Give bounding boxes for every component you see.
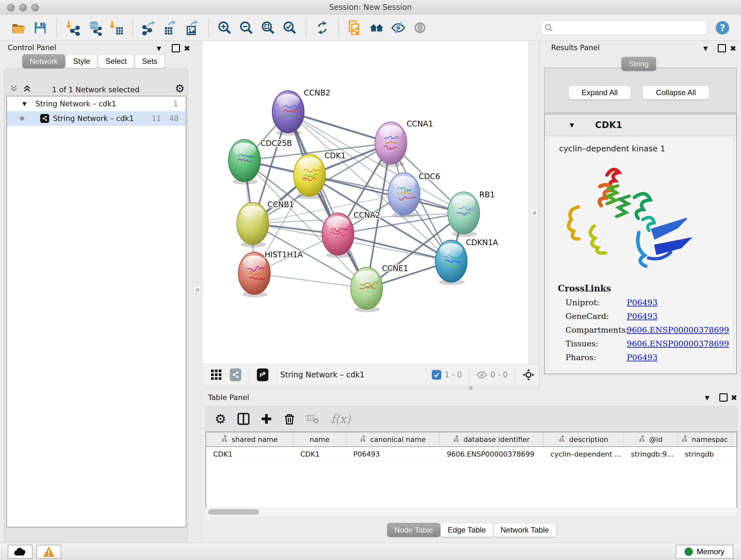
export-image-button[interactable] xyxy=(183,18,201,38)
zoom-selected-button[interactable] xyxy=(280,18,299,38)
network-node-CCNE1[interactable]: CCNE1 xyxy=(351,264,408,312)
tab-style[interactable]: Style xyxy=(66,54,97,68)
import-network-database-button[interactable] xyxy=(85,18,104,38)
column-header-namespac[interactable]: namespac xyxy=(678,432,732,446)
network-edge-CCNB2-CCNE1[interactable] xyxy=(288,112,367,288)
scrollbar-knob[interactable] xyxy=(531,209,538,216)
column-header-shared-name[interactable]: shared name xyxy=(206,432,293,446)
tab-node-table[interactable]: Node Table xyxy=(387,523,441,537)
open-session-button[interactable] xyxy=(9,18,28,38)
duplicate-network-button[interactable] xyxy=(346,18,364,38)
search-input[interactable] xyxy=(553,23,704,32)
birdseye-grid-button[interactable] xyxy=(209,367,224,382)
network-node-CCNA2[interactable]: CCNA2 xyxy=(322,211,380,258)
network-collection-row[interactable]: ▼ String Network – cdk1 1 xyxy=(7,97,186,111)
network-node-RB1[interactable]: RB1 xyxy=(448,190,495,237)
table-options-gear-button[interactable]: ⚙ xyxy=(212,410,229,428)
string-home-button[interactable] xyxy=(367,18,386,38)
column-header-name[interactable]: name xyxy=(293,432,346,446)
splitter-knob[interactable] xyxy=(194,286,201,293)
selected-checkbox-icon[interactable] xyxy=(432,370,441,380)
network-row-selected[interactable]: String Network – cdk1 11 48 xyxy=(7,111,186,126)
network-overview-button[interactable] xyxy=(228,367,243,382)
add-column-button[interactable] xyxy=(258,410,275,428)
table-cell[interactable]: stringdb xyxy=(678,447,732,461)
table-cell[interactable]: 9606.ENSP00000378699 xyxy=(440,447,543,461)
zoom-fit-button[interactable] xyxy=(259,18,277,38)
table-cell[interactable]: CDK1 xyxy=(293,447,346,461)
network-edge-HIST1H1A-CCNE1[interactable] xyxy=(254,273,367,288)
show-columns-button[interactable] xyxy=(234,410,253,428)
table-panel-close-button[interactable]: ✖ xyxy=(731,394,737,401)
fit-crosshair-icon[interactable] xyxy=(522,368,535,381)
network-node-CCNB2[interactable]: CCNB2 xyxy=(272,88,330,136)
control-panel-float-button[interactable] xyxy=(172,44,180,54)
collapse-all-button[interactable]: Collapse All xyxy=(643,85,710,100)
gene-section-header[interactable]: ▼ CDK1 xyxy=(545,114,736,136)
detach-view-button[interactable] xyxy=(255,367,270,382)
import-network-file-button[interactable] xyxy=(64,18,82,38)
network-edge-CCNA2-CDKN1A[interactable] xyxy=(338,234,451,261)
network-canvas[interactable]: CCNB2CCNA1CDC25BCDK1CDC6RB1CCNB1CCNA2CDK… xyxy=(202,41,529,364)
save-session-button[interactable] xyxy=(31,18,50,38)
tab-network-table[interactable]: Network Table xyxy=(493,523,556,537)
delete-column-button[interactable] xyxy=(280,410,298,428)
collapse-arrow-icon[interactable]: ▼ xyxy=(22,101,26,107)
cloud-status-button[interactable] xyxy=(8,545,32,559)
export-network-button[interactable] xyxy=(139,18,158,38)
network-node-HIST1H1A[interactable]: HIST1H1A xyxy=(239,250,303,297)
hidden-eye-icon[interactable] xyxy=(476,369,487,380)
splitter-knob[interactable] xyxy=(468,386,473,390)
results-panel-close-button[interactable]: ✖ xyxy=(730,45,736,52)
export-table-button[interactable] xyxy=(161,18,180,38)
table-row[interactable]: CDK1CDK1P064939606.ENSP00000378699cyclin… xyxy=(206,447,737,461)
crosslink-link[interactable]: P06493 xyxy=(627,312,657,321)
results-panel-menu-button[interactable]: ▼ xyxy=(702,45,710,52)
hide-selection-button[interactable] xyxy=(389,18,408,38)
network-node-CCNA1[interactable]: CCNA1 xyxy=(375,119,433,167)
vertical-splitter[interactable] xyxy=(192,41,202,543)
crosslink-link[interactable]: P06493 xyxy=(627,298,657,307)
control-panel-close-button[interactable]: ✖ xyxy=(184,45,190,52)
zoom-in-button[interactable] xyxy=(215,18,234,38)
network-node-CDKN1A[interactable]: CDKN1A xyxy=(435,238,498,285)
table-horizontal-scrollbar[interactable] xyxy=(205,508,737,516)
column-header-canonical-name[interactable]: canonical name xyxy=(346,432,440,446)
collapse-arrow-icon[interactable]: ▼ xyxy=(569,122,574,128)
network-options-gear-button[interactable]: ⚙ xyxy=(175,83,185,94)
scrollbar-thumb[interactable] xyxy=(208,509,259,515)
show-graphics-details-button[interactable] xyxy=(411,18,429,38)
crosslink-link[interactable]: P06493 xyxy=(627,353,657,362)
refresh-layout-button[interactable] xyxy=(313,18,332,38)
network-vertical-scrollbar[interactable] xyxy=(529,41,540,364)
apply-function-button[interactable]: f(x) xyxy=(327,410,355,428)
expand-all-button[interactable]: Expand All xyxy=(568,85,631,100)
tab-select[interactable]: Select xyxy=(98,54,134,68)
column-header-@id[interactable]: @id xyxy=(624,432,678,446)
crosslink-link[interactable]: 9606.ENSP00000378699 xyxy=(627,325,729,334)
import-table-file-button[interactable] xyxy=(107,18,125,38)
delete-table-button[interactable] xyxy=(304,410,321,428)
table-cell[interactable]: CDK1 xyxy=(206,447,293,461)
table-cell[interactable]: P06493 xyxy=(346,447,440,461)
table-panel-menu-button[interactable]: ▼ xyxy=(703,394,711,401)
tab-edge-table[interactable]: Edge Table xyxy=(441,523,493,537)
memory-button[interactable]: Memory xyxy=(676,545,733,559)
table-cell[interactable]: cyclin–dependent ... xyxy=(543,447,624,461)
table-panel-float-button[interactable] xyxy=(719,393,728,403)
horizontal-splitter[interactable] xyxy=(202,385,539,390)
control-panel-menu-button[interactable]: ▼ xyxy=(155,45,163,52)
column-header-database-identifier[interactable]: database identifier xyxy=(440,432,543,446)
crosslink-link[interactable]: 9606.ENSP00000378699 xyxy=(627,339,729,348)
tab-sets[interactable]: Sets xyxy=(135,54,165,68)
table-cell[interactable]: stringdb:9... xyxy=(624,447,678,461)
column-header-description[interactable]: description xyxy=(543,432,624,446)
help-button[interactable]: ? xyxy=(713,18,732,38)
network-node-CCNB1[interactable]: CCNB1 xyxy=(237,200,294,247)
warnings-button[interactable] xyxy=(37,545,61,559)
tab-string[interactable]: String xyxy=(621,57,656,71)
network-view[interactable]: CCNB2CCNA1CDC25BCDK1CDC6RB1CCNB1CCNA2CDK… xyxy=(202,41,529,364)
results-panel-float-button[interactable] xyxy=(718,44,726,54)
tab-network[interactable]: Network xyxy=(22,54,65,68)
zoom-out-button[interactable] xyxy=(237,18,256,38)
